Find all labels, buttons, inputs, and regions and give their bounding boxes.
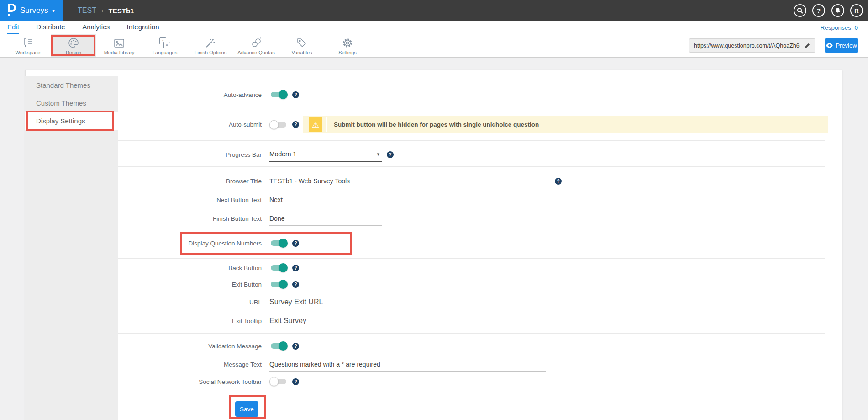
form-row-auto-advance: Auto-advance ? bbox=[118, 87, 825, 102]
toolbar-item-workspace[interactable]: Workspace bbox=[5, 34, 51, 57]
gear-icon bbox=[342, 36, 353, 48]
warning-banner: ⚠ Submit button will be hidden for pages… bbox=[303, 116, 828, 133]
tag-icon bbox=[296, 36, 307, 48]
section-divider bbox=[118, 140, 825, 141]
sidebar-item-standard-themes[interactable]: Standard Themes bbox=[25, 76, 118, 94]
banner-divider bbox=[326, 117, 327, 132]
toolbar-item-label: Advance Quotas bbox=[237, 50, 274, 55]
sidebar-item-custom-themes[interactable]: Custom Themes bbox=[25, 94, 118, 112]
toolbar-item-finish-options[interactable]: Finish Options bbox=[188, 34, 233, 57]
help-icon[interactable]: ? bbox=[387, 151, 394, 158]
form-row-exit-tooltip: Exit Tooltip Exit Survey bbox=[118, 313, 825, 329]
auto-advance-toggle[interactable] bbox=[269, 90, 288, 99]
browser-title-input[interactable]: TESTb1 - Web Survey Tools bbox=[269, 174, 550, 188]
app-menu-label: Surveys bbox=[20, 6, 48, 15]
avatar[interactable]: R bbox=[850, 4, 863, 17]
help-icon[interactable]: ? bbox=[292, 91, 299, 98]
survey-url-text[interactable]: https://www.questionpro.com/t/AQhoaZh6 bbox=[689, 43, 800, 49]
social-network-toolbar-toggle[interactable] bbox=[269, 377, 288, 386]
help-icon[interactable]: ? bbox=[292, 281, 299, 288]
toolbar-item-label: Design bbox=[66, 50, 81, 55]
section-divider bbox=[118, 393, 825, 393]
progress-bar-select[interactable]: Modern 1 ▾ bbox=[269, 147, 382, 162]
form-row-display-question-numbers: Display Question Numbers ? bbox=[118, 235, 825, 251]
help-icon[interactable]: ? bbox=[292, 121, 299, 128]
form-row-message-text: Message Text Questions marked with a * a… bbox=[118, 356, 825, 372]
help-circle-icon[interactable]: ? bbox=[812, 4, 825, 17]
help-icon[interactable]: ? bbox=[292, 378, 299, 385]
form-row-back-button: Back Button ? bbox=[118, 260, 825, 276]
toolbar-item-advance-quotas[interactable]: Advance Quotas bbox=[233, 34, 279, 57]
next-button-text-input[interactable]: Next bbox=[269, 193, 382, 207]
auto-submit-toggle[interactable] bbox=[269, 120, 288, 129]
field-label: URL bbox=[118, 299, 269, 306]
section-divider bbox=[118, 258, 825, 259]
section-divider bbox=[118, 166, 825, 167]
toolbar-item-settings[interactable]: Settings bbox=[325, 34, 370, 57]
workspace-icon bbox=[22, 36, 34, 48]
edit-url-button[interactable] bbox=[800, 39, 815, 52]
exit-tooltip-input[interactable]: Exit Survey bbox=[269, 314, 546, 328]
tab-distribute[interactable]: Distribute bbox=[36, 21, 65, 33]
help-icon[interactable]: ? bbox=[292, 265, 299, 271]
message-text-input[interactable]: Questions marked with a * are required bbox=[269, 357, 546, 372]
breadcrumb-separator: › bbox=[101, 7, 104, 14]
back-button-toggle[interactable] bbox=[269, 263, 288, 272]
form-row-next-button-text: Next Button Text Next bbox=[118, 192, 825, 207]
field-label: Auto-advance bbox=[118, 91, 269, 98]
save-button[interactable]: Save bbox=[235, 401, 258, 417]
design-sidebar: Standard Themes Custom Themes Display Se… bbox=[25, 76, 118, 420]
exit-button-toggle[interactable] bbox=[269, 280, 288, 289]
responses-count[interactable]: Responses: 0 bbox=[820, 21, 858, 34]
display-question-numbers-toggle[interactable] bbox=[269, 239, 288, 248]
toolbar-item-label: Settings bbox=[338, 50, 357, 55]
tab-integration[interactable]: Integration bbox=[127, 21, 159, 33]
form-row-validation-message: Validation Message ? bbox=[118, 338, 825, 354]
help-icon[interactable]: ? bbox=[292, 240, 299, 247]
help-icon[interactable]: ? bbox=[292, 343, 299, 350]
toolbar-item-design[interactable]: Design bbox=[51, 34, 96, 57]
field-label: Progress Bar bbox=[118, 151, 269, 158]
sidebar-item-display-settings[interactable]: Display Settings bbox=[25, 112, 118, 130]
module-tab-bar: Edit Distribute Analytics Integration Re… bbox=[0, 21, 868, 35]
section-divider bbox=[118, 333, 825, 334]
toolbar-item-label: Media Library bbox=[104, 50, 135, 55]
exit-url-input[interactable]: Survey Exit URL bbox=[269, 295, 546, 309]
help-icon[interactable]: ? bbox=[555, 178, 562, 185]
form-row-auto-submit: Auto-submit ? ⚠ Submit button will be hi… bbox=[118, 116, 825, 133]
field-label: Next Button Text bbox=[118, 197, 269, 203]
breadcrumb-current: TESTb1 bbox=[109, 7, 134, 15]
field-label: Exit Button bbox=[118, 281, 269, 288]
form-row-social-network-toolbar: Social Network Toolbar ? bbox=[118, 374, 825, 389]
field-label: Back Button bbox=[118, 265, 269, 271]
field-label: Finish Button Text bbox=[118, 215, 269, 222]
surveys-app-menu[interactable]: Surveys ▾ bbox=[0, 0, 63, 21]
chevron-down-icon: ▾ bbox=[52, 8, 54, 13]
survey-url-field: https://www.questionpro.com/t/AQhoaZh6 bbox=[689, 38, 815, 53]
form-row-browser-title: Browser Title TESTb1 - Web Survey Tools … bbox=[118, 173, 825, 189]
form-row-exit-button: Exit Button ? bbox=[118, 276, 825, 292]
tab-analytics[interactable]: Analytics bbox=[82, 21, 110, 33]
finish-button-text-input[interactable]: Done bbox=[269, 212, 382, 226]
toolbar-item-label: Variables bbox=[291, 50, 312, 55]
search-icon[interactable] bbox=[794, 4, 806, 17]
questionpro-logo-icon bbox=[6, 3, 16, 18]
field-label: Browser Title bbox=[118, 178, 269, 185]
breadcrumb-parent[interactable]: TEST bbox=[78, 6, 96, 15]
notifications-bell-icon[interactable] bbox=[831, 4, 844, 17]
field-label: Validation Message bbox=[118, 343, 269, 350]
warning-text: Submit button will be hidden for pages w… bbox=[334, 121, 539, 128]
preview-button[interactable]: Preview bbox=[825, 38, 858, 53]
design-palette-icon bbox=[68, 36, 79, 48]
chain-links-icon bbox=[251, 36, 262, 48]
toolbar-item-media-library[interactable]: Media Library bbox=[96, 34, 142, 57]
field-label: Auto-submit bbox=[118, 121, 269, 128]
form-row-progress-bar: Progress Bar Modern 1 ▾ ? bbox=[118, 147, 825, 162]
chevron-down-icon: ▾ bbox=[377, 151, 379, 157]
tab-edit[interactable]: Edit bbox=[7, 21, 19, 34]
toolbar-item-variables[interactable]: Variables bbox=[279, 34, 325, 57]
validation-message-toggle[interactable] bbox=[269, 341, 288, 351]
toolbar-item-languages[interactable]: * A Languages bbox=[142, 34, 188, 57]
selected-option: Modern 1 bbox=[269, 150, 296, 158]
form-row-exit-url: URL Survey Exit URL bbox=[118, 294, 825, 310]
